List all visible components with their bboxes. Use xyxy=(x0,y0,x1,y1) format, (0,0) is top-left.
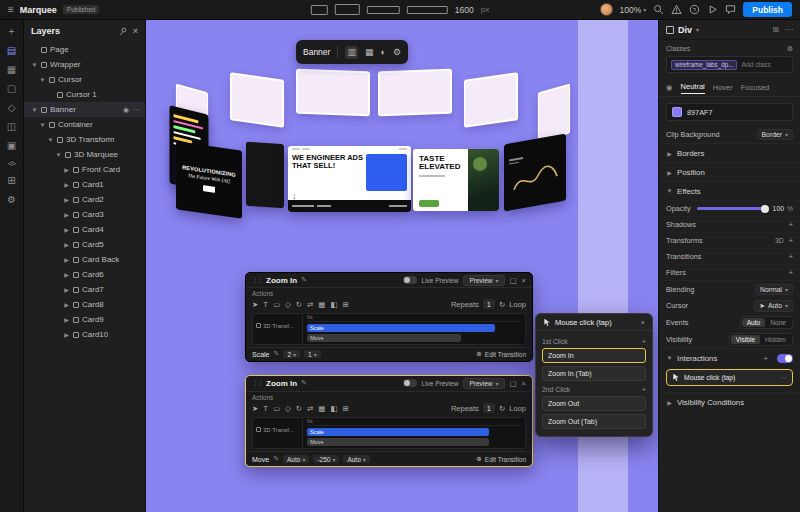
chevron-right-icon[interactable]: ▶ xyxy=(63,211,70,218)
chevron-right-icon[interactable]: ▶ xyxy=(63,166,70,173)
window-icon[interactable]: ▢ xyxy=(510,379,517,388)
carousel-card-brand[interactable] xyxy=(504,134,566,212)
transitions-row[interactable]: Transitions+ xyxy=(659,248,800,264)
menu-icon[interactable]: ≡ xyxy=(8,4,14,15)
chevron-down-icon[interactable]: ▼ xyxy=(47,137,54,143)
animation-title[interactable]: Zoom In xyxy=(266,379,297,388)
drag-handle-icon[interactable]: ⋮⋮ xyxy=(252,379,262,387)
opacity-value[interactable]: 100 xyxy=(773,205,784,212)
section-position[interactable]: ▶ Position xyxy=(659,162,800,181)
rotate-tool-icon[interactable]: ↻ xyxy=(296,300,302,309)
layer-row-cursor[interactable]: ▼Cursor xyxy=(24,72,145,87)
opacity-slider[interactable] xyxy=(697,207,767,210)
edit-pencil-icon[interactable]: ✎ xyxy=(301,379,307,387)
grid-tool-icon[interactable]: ▦ xyxy=(318,404,325,413)
pages-icon[interactable]: ▢ xyxy=(7,84,16,94)
shape-tool-icon[interactable]: ◇ xyxy=(285,404,291,413)
phone-breakpoint-icon[interactable] xyxy=(311,5,328,15)
close-icon[interactable]: × xyxy=(133,26,138,36)
search-icon[interactable] xyxy=(653,4,664,15)
contrast-icon[interactable]: ◐ xyxy=(380,48,385,57)
close-icon[interactable]: × xyxy=(522,379,526,388)
chevron-right-icon[interactable]: ▶ xyxy=(63,241,70,248)
selected-element-tag[interactable]: Div xyxy=(678,25,692,35)
select-cursor-icon[interactable]: ➤ xyxy=(252,404,258,413)
transforms-row[interactable]: Transforms 3D + xyxy=(659,232,800,248)
plus-icon[interactable]: + xyxy=(763,354,768,363)
layer-row-card9[interactable]: ▶Card9 xyxy=(24,312,145,327)
section-visibility-conditions[interactable]: ▶ Visibility Conditions xyxy=(659,392,800,411)
loop-icon[interactable]: ↻ xyxy=(499,300,505,309)
settings-gear-icon[interactable]: ⚙ xyxy=(787,45,793,53)
select-cursor-icon[interactable]: ➤ xyxy=(252,300,258,309)
layer-row-front-card[interactable]: ▶Front Card xyxy=(24,162,145,177)
small-phone-breakpoint-icon[interactable] xyxy=(407,6,448,14)
class-tag[interactable]: wireframe_labs_dp... xyxy=(671,60,737,70)
edit-pencil-icon[interactable]: ✎ xyxy=(301,276,307,284)
mask-tool-icon[interactable]: ◧ xyxy=(330,300,337,309)
events-segmented-control[interactable]: Auto None xyxy=(740,316,793,329)
grid-layout-icon[interactable]: ▦ xyxy=(365,48,374,57)
plus-icon[interactable]: + xyxy=(789,252,793,261)
mask-tool-icon[interactable]: ◧ xyxy=(330,404,337,413)
live-preview-toggle[interactable] xyxy=(403,276,417,284)
edit-transition-button[interactable]: ⊕Edit Transition xyxy=(476,350,526,358)
text-tool-icon[interactable]: T xyxy=(263,300,268,309)
cursor-dropdown[interactable]: ➤Auto▾ xyxy=(754,300,793,312)
chevron-right-icon[interactable]: ▶ xyxy=(63,316,70,323)
layer-row-wrapper[interactable]: ▼Wrapper xyxy=(24,57,145,72)
timeline-target[interactable]: 3D Transf... xyxy=(253,314,303,344)
class-input[interactable]: wireframe_labs_dp... Add class xyxy=(666,56,793,73)
edit-pencil-icon[interactable]: ✎ xyxy=(274,350,280,358)
columns-layout-icon[interactable]: ▥ xyxy=(345,46,358,59)
background-color-field[interactable]: 897AF7 xyxy=(666,103,793,121)
chevron-right-icon[interactable]: ▶ xyxy=(63,301,70,308)
edit-transition-button[interactable]: ⊕Edit Transition xyxy=(476,455,526,463)
chevron-right-icon[interactable]: ▶ xyxy=(63,331,70,338)
layer-row-card7[interactable]: ▶Card7 xyxy=(24,282,145,297)
repeats-stepper[interactable]: 1 xyxy=(483,299,495,309)
interaction-mouse-click-item[interactable]: Mouse click (tap) ⋯ xyxy=(666,369,793,386)
chevron-down-icon[interactable]: ▾ xyxy=(696,26,699,33)
shadows-row[interactable]: Shadows+ xyxy=(659,216,800,232)
scale-keyframe-bar[interactable]: Scale xyxy=(307,428,489,436)
preview-button[interactable]: Preview▾ xyxy=(463,275,504,286)
close-icon[interactable]: × xyxy=(641,318,645,327)
chevron-down-icon[interactable]: ▼ xyxy=(39,77,46,83)
value-field[interactable]: -250▾ xyxy=(313,455,339,463)
rotate-tool-icon[interactable]: ↻ xyxy=(296,404,302,413)
move-keyframe-bar[interactable]: Move xyxy=(307,438,489,446)
layer-row-card2[interactable]: ▶Card2 xyxy=(24,192,145,207)
menu-item-zoom-out-tab[interactable]: Zoom Out (Tab) xyxy=(542,414,646,429)
carousel-card-revolutionizing[interactable]: REVOLUTIONIZING The Future With [AI] xyxy=(176,141,242,218)
help-circle-icon[interactable]: ? xyxy=(689,4,700,15)
eye-icon[interactable]: ◉ xyxy=(123,106,129,114)
carousel-back-card[interactable] xyxy=(230,72,284,128)
tab-focused[interactable]: Focused xyxy=(741,83,770,92)
blending-dropdown[interactable]: Normal▾ xyxy=(755,284,793,295)
layer-row-container[interactable]: ▼Container xyxy=(24,117,145,132)
chevron-down-icon[interactable]: ▼ xyxy=(39,122,46,128)
shape-tool-icon[interactable]: ◇ xyxy=(285,300,291,309)
close-icon[interactable]: × xyxy=(522,276,526,285)
carousel-back-card[interactable] xyxy=(464,72,518,128)
plus-icon[interactable]: + xyxy=(789,268,793,277)
layer-row-card3[interactable]: ▶Card3 xyxy=(24,207,145,222)
corner-settings-icon[interactable]: ⊞ xyxy=(772,25,779,34)
visibility-visible-option[interactable]: Visible xyxy=(731,335,760,344)
carousel-back-card[interactable] xyxy=(296,69,370,117)
timeline-track-area[interactable]: 3D Transf... 0s Scale Move xyxy=(252,313,526,345)
chevron-down-icon[interactable]: ▼ xyxy=(31,62,38,68)
section-effects[interactable]: ▼ Effects xyxy=(659,181,800,200)
add-element-icon[interactable]: + xyxy=(9,27,15,37)
more-icon[interactable]: ⋯ xyxy=(780,374,787,382)
layer-row-3d-transform[interactable]: ▼3D Transform xyxy=(24,132,145,147)
carousel-back-card[interactable] xyxy=(378,69,452,117)
assets-icon[interactable]: ▣ xyxy=(7,141,16,151)
frame-tool-icon[interactable]: ▭ xyxy=(273,404,280,413)
clip-background-dropdown[interactable]: Border▾ xyxy=(757,129,793,140)
publish-button[interactable]: Publish xyxy=(743,2,792,17)
edit-pencil-icon[interactable]: ✎ xyxy=(273,455,279,463)
chevron-down-icon[interactable]: ▼ xyxy=(31,107,38,113)
chevron-right-icon[interactable]: ▶ xyxy=(63,271,70,278)
